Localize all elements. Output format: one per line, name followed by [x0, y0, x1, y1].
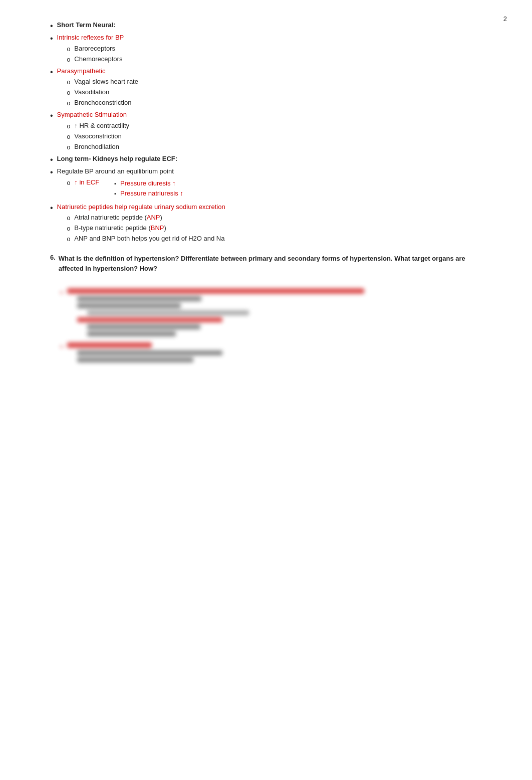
bullet-icon: •	[50, 67, 53, 78]
list-item: • Sympathetic Stimulation o ↑ HR & contr…	[50, 110, 492, 153]
question-section: 6. What is the definition of hypertensio…	[50, 254, 492, 273]
sub-sub-list-item: ▪ Pressure natriuresis ↑	[114, 188, 183, 199]
bullet-icon: •	[50, 203, 53, 214]
vagal-label: Vagal slows heart rate	[74, 77, 138, 87]
sub-list-item: o Vagal slows heart rate	[67, 77, 492, 87]
sub-bullet-icon: o	[67, 45, 71, 54]
intrinsic-reflexes-label: Intrinsic reflexes for BP	[57, 34, 124, 41]
chemoreceptors-label: Chemoreceptors	[74, 54, 122, 64]
vasoconstriction-label: Vasoconstriction	[74, 131, 121, 141]
sub-list: o Atrial natriuretic peptide (ANP) o B-t…	[67, 213, 492, 244]
list-item: • Parasympathetic o Vagal slows heart ra…	[50, 66, 492, 109]
list-item-content: Natriuretic peptides help regulate urina…	[57, 202, 492, 245]
list-item-content: Parasympathetic o Vagal slows heart rate…	[57, 66, 492, 109]
baroreceptors-label: Baroreceptors	[74, 44, 115, 54]
sub-list-item: o Atrial natriuretic peptide (ANP)	[67, 213, 492, 223]
main-list: • Short Term Neural: • Intrinsic reflexe…	[50, 20, 492, 245]
sub-list-item: o ↑ in ECF ▪ Pressure diuresis ↑ ▪ Press…	[67, 177, 492, 200]
parasympathetic-label: Parasympathetic	[57, 67, 106, 75]
sub-bullet-icon: o	[67, 55, 71, 64]
square-bullet-icon: ▪	[114, 189, 116, 198]
list-item: • Natriuretic peptides help regulate uri…	[50, 202, 492, 245]
list-item: • Long term- Kidneys help regulate ECF:	[50, 154, 492, 165]
bronchodilation-label: Bronchodilation	[74, 142, 119, 152]
sub-bullet-icon: o	[67, 132, 71, 141]
anp-label: Atrial natriuretic peptide (ANP)	[74, 213, 162, 223]
sub-bullet-icon: o	[67, 88, 71, 97]
sub-bullet-icon: o	[67, 178, 71, 187]
sub-list-item: o B-type natriuretic peptide (BNP)	[67, 223, 492, 233]
sub-bullet-icon: o	[67, 235, 71, 244]
sub-list-item: o Vasodilation	[67, 87, 492, 97]
list-item-content: Sympathetic Stimulation o ↑ HR & contrac…	[57, 110, 492, 153]
pressure-diuresis-label: Pressure diuresis ↑	[120, 178, 176, 188]
bullet-icon: •	[50, 33, 53, 44]
list-item: • Short Term Neural:	[50, 20, 492, 32]
sub-list-item: o ANP and BNP both helps you get rid of …	[67, 234, 492, 244]
hr-contractility-label: ↑ HR & contractility	[74, 121, 129, 131]
list-item-content: Intrinsic reflexes for BP o Baroreceptor…	[57, 33, 492, 65]
sub-list: o Vagal slows heart rate o Vasodilation …	[67, 77, 492, 108]
sub-bullet-icon: o	[67, 99, 71, 108]
sub-sub-list: ▪ Pressure diuresis ↑ ▪ Pressure natriur…	[114, 178, 183, 199]
blurred-answer-section: • •	[50, 288, 492, 364]
natriuretic-label: Natriuretic peptides help regulate urina…	[57, 203, 225, 211]
sub-list-item: o Baroreceptors	[67, 44, 492, 54]
question-6-text: What is the definition of hypertension? …	[59, 254, 492, 273]
sub-list-item: o Bronchoconstriction	[67, 98, 492, 108]
sympathetic-stimulation-label: Sympathetic Stimulation	[57, 111, 127, 118]
sub-list-item: o Chemoreceptors	[67, 54, 492, 64]
bnp-label: B-type natriuretic peptide (BNP)	[74, 223, 166, 233]
bullet-icon: •	[50, 21, 53, 32]
sub-list: o ↑ in ECF ▪ Pressure diuresis ↑ ▪ Press…	[67, 177, 492, 200]
list-item: • Regulate BP around an equilibrium poin…	[50, 166, 492, 201]
vasodilation-label: Vasodilation	[74, 87, 109, 97]
sub-bullet-icon: o	[67, 122, 71, 131]
question-6-number: 6.	[50, 254, 56, 261]
list-item-content: Regulate BP around an equilibrium point …	[57, 166, 492, 201]
list-item-content: Long term- Kidneys help regulate ECF:	[57, 154, 492, 164]
sub-list: o Baroreceptors o Chemoreceptors	[67, 44, 492, 64]
sub-bullet-icon: o	[67, 224, 71, 233]
sub-list-item: o ↑ HR & contractility	[67, 121, 492, 131]
bronchoconstriction-label: Bronchoconstriction	[74, 98, 131, 108]
long-term-label: Long term- Kidneys help regulate ECF:	[57, 155, 178, 162]
sub-list-item: o Bronchodilation	[67, 142, 492, 152]
sub-list-item: o Vasoconstriction	[67, 131, 492, 141]
bullet-icon: •	[50, 154, 53, 165]
up-in-ecf-label: ↑ in ECF	[74, 177, 99, 187]
bullet-icon: •	[50, 110, 53, 121]
question-6-item: 6. What is the definition of hypertensio…	[50, 254, 492, 273]
square-bullet-icon: ▪	[114, 179, 116, 188]
sub-bullet-icon: o	[67, 78, 71, 87]
list-item: • Intrinsic reflexes for BP o Barorecept…	[50, 33, 492, 65]
page-container: 2 • Short Term Neural: • Intrinsic refle…	[0, 0, 532, 780]
pressure-natriuresis-label: Pressure natriuresis ↑	[120, 188, 183, 199]
bullet-icon: •	[50, 167, 53, 178]
sub-bullet-icon: o	[67, 143, 71, 152]
regulate-bp-label: Regulate BP around an equilibrium point	[57, 167, 174, 175]
short-term-neural-label: Short Term Neural:	[57, 21, 116, 29]
page-number: 2	[503, 15, 507, 23]
anp-bnp-label: ANP and BNP both helps you get rid of H2…	[74, 234, 224, 244]
sub-bullet-icon: o	[67, 214, 71, 223]
list-item-content: Short Term Neural:	[57, 20, 492, 30]
sub-sub-list-item: ▪ Pressure diuresis ↑	[114, 178, 183, 188]
sub-list: o ↑ HR & contractility o Vasoconstrictio…	[67, 121, 492, 152]
